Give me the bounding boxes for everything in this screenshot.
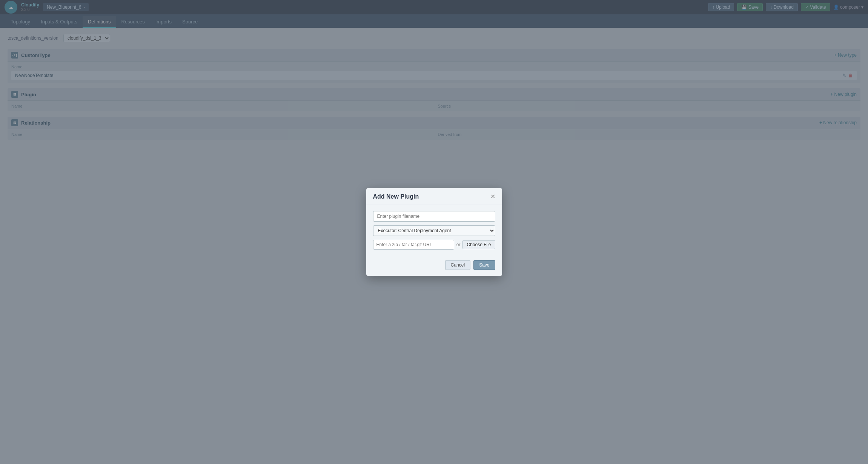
modal-footer: Cancel Save	[366, 256, 502, 276]
plugin-filename-input[interactable]	[373, 211, 495, 222]
add-plugin-modal: Add New Plugin ✕ Executor: Central Deplo…	[366, 188, 502, 276]
modal-save-button[interactable]: Save	[473, 260, 495, 270]
modal-title: Add New Plugin	[373, 193, 419, 200]
plugin-url-input[interactable]	[373, 240, 454, 250]
choose-file-button[interactable]: Choose File	[462, 240, 495, 249]
modal-body: Executor: Central Deployment Agent Host …	[366, 205, 502, 256]
executor-select[interactable]: Executor: Central Deployment Agent Host …	[373, 225, 495, 236]
modal-header: Add New Plugin ✕	[366, 188, 502, 205]
modal-close-button[interactable]: ✕	[490, 194, 495, 200]
modal-overlay: Add New Plugin ✕ Executor: Central Deplo…	[0, 0, 868, 464]
url-row: or Choose File	[373, 240, 495, 250]
or-text: or	[456, 242, 461, 247]
cancel-button[interactable]: Cancel	[445, 260, 470, 270]
